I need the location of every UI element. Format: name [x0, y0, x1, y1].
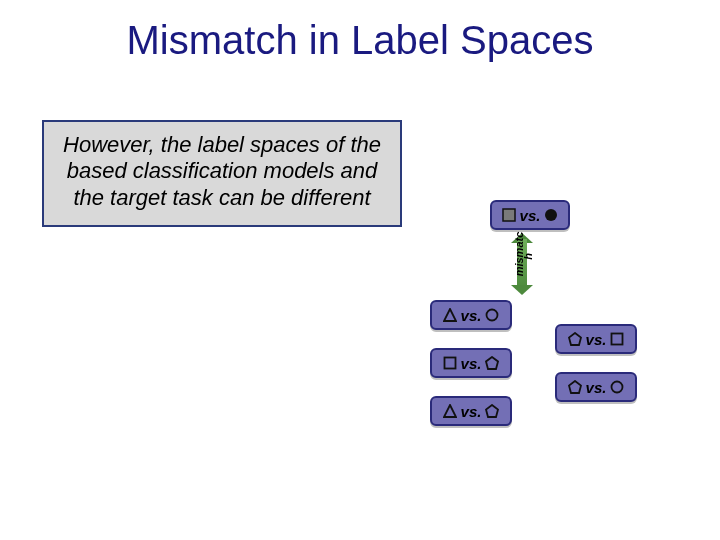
vs-label: vs. — [461, 355, 482, 372]
square-icon — [610, 332, 624, 346]
vs-box-l2: vs. — [430, 348, 512, 378]
page-title: Mismatch in Label Spaces — [0, 18, 720, 63]
vs-label: vs. — [461, 307, 482, 324]
svg-marker-2 — [444, 309, 456, 321]
svg-marker-7 — [486, 405, 498, 417]
svg-rect-0 — [503, 209, 515, 221]
svg-point-11 — [612, 382, 623, 393]
vs-box-top: vs. — [490, 200, 570, 230]
svg-marker-8 — [569, 333, 581, 345]
vs-label: vs. — [461, 403, 482, 420]
pentagon-icon — [568, 380, 582, 394]
vs-label: vs. — [586, 331, 607, 348]
triangle-icon — [443, 308, 457, 322]
svg-rect-9 — [612, 334, 623, 345]
svg-point-3 — [487, 310, 498, 321]
svg-marker-10 — [569, 381, 581, 393]
circle-black-icon — [544, 208, 558, 222]
vs-label: vs. — [586, 379, 607, 396]
vs-box-r2: vs. — [555, 372, 637, 402]
pentagon-icon — [568, 332, 582, 346]
square-gray-icon — [502, 208, 516, 222]
circle-icon — [485, 308, 499, 322]
mismatch-label: mismatc h — [515, 236, 534, 276]
vs-box-r1: vs. — [555, 324, 637, 354]
triangle-icon — [443, 404, 457, 418]
vs-box-l1: vs. — [430, 300, 512, 330]
vs-label: vs. — [520, 207, 541, 224]
circle-icon — [610, 380, 624, 394]
svg-rect-4 — [444, 358, 455, 369]
svg-point-1 — [545, 209, 557, 221]
vs-box-l3: vs. — [430, 396, 512, 426]
svg-marker-5 — [486, 357, 498, 369]
svg-marker-6 — [444, 405, 456, 417]
square-icon — [443, 356, 457, 370]
pentagon-icon — [485, 404, 499, 418]
callout-box: However, the label spaces of the based c… — [42, 120, 402, 227]
pentagon-icon — [485, 356, 499, 370]
